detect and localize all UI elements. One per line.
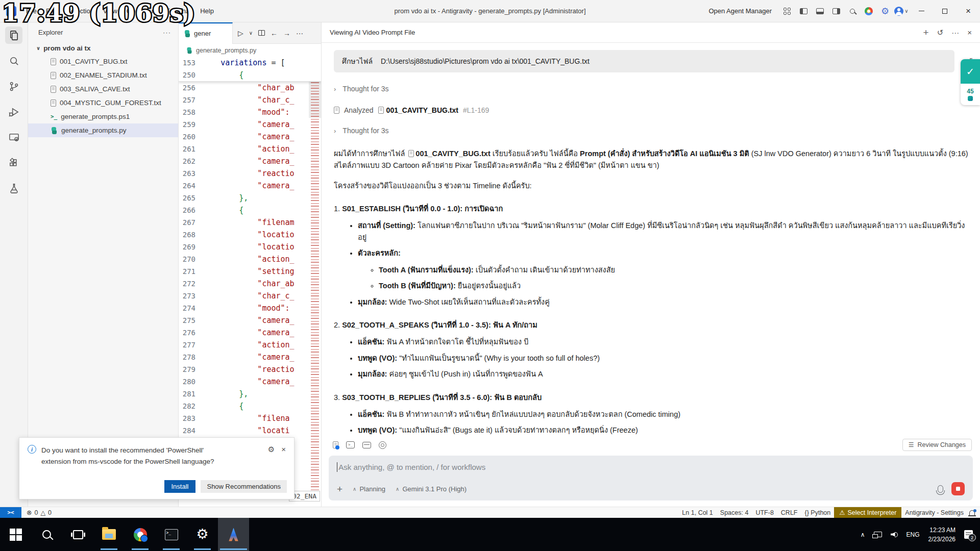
analyzed-file-chip[interactable]: 001_CAVITY_BUG.txt (378, 106, 458, 114)
panel-more-icon[interactable]: ··· (951, 28, 959, 37)
microphone-icon[interactable] (938, 485, 943, 493)
remote-indicator[interactable]: >< (0, 507, 21, 518)
account-avatar[interactable]: ∨ (894, 4, 909, 18)
minimize-button[interactable] (910, 0, 933, 22)
taskbar-search[interactable] (31, 518, 62, 551)
menu-terminal[interactable]: Terminal (161, 0, 195, 22)
menu-view[interactable]: View (99, 0, 122, 22)
action-center-icon[interactable]: 2 (964, 530, 973, 539)
menu-selection[interactable]: Selection (62, 0, 98, 22)
editor-more-icon[interactable]: ··· (296, 29, 303, 37)
file-004_MYSTIC_GUM_FOREST.txt[interactable]: 004_MYSTIC_GUM_FOREST.txt (28, 96, 178, 110)
toggle-panel-icon[interactable] (813, 4, 827, 18)
explorer-more-icon[interactable]: ··· (163, 29, 171, 36)
code-line: 266 { (179, 204, 321, 216)
menu-edit[interactable]: Edit (41, 0, 62, 22)
taskbar-start[interactable] (0, 518, 31, 551)
file-001_CAVITY_BUG.txt[interactable]: 001_CAVITY_BUG.txt (28, 55, 178, 68)
breadcrumb[interactable]: generate_prompts.py (179, 44, 321, 57)
maximize-button[interactable] (933, 0, 957, 22)
network-icon[interactable] (874, 532, 882, 537)
tree-root-folder[interactable]: ∨ prom vdo ai tx (28, 42, 178, 55)
chat-transcript[interactable]: ศึกษาไฟล์ D:\Users\sj88studio\Pictures\p… (322, 43, 980, 434)
task-view-icon (73, 530, 83, 539)
tab-generate-prompts-py[interactable]: gener (179, 22, 233, 44)
taskbar-file-explorer[interactable] (93, 518, 125, 551)
remote-icon[interactable] (5, 129, 22, 146)
stop-button[interactable] (951, 482, 965, 495)
open-agent-manager-button[interactable]: Open Agent Manager (708, 7, 772, 15)
panel-close-icon[interactable]: × (967, 28, 972, 37)
running-indicator (132, 548, 149, 550)
statusbar-utf-8[interactable]: UTF-8 (752, 507, 777, 518)
notification-close-icon[interactable]: × (281, 445, 286, 468)
statusbar-crlf[interactable]: CRLF (777, 507, 801, 518)
toggle-secondary-sidebar-icon[interactable] (829, 4, 843, 18)
close-button[interactable]: × (957, 0, 980, 22)
split-editor-icon[interactable] (258, 30, 265, 36)
review-changes-button[interactable]: ☰ Review Changes (902, 439, 972, 451)
floating-extension-widget[interactable]: ✓ 45 (961, 59, 980, 105)
notifications-bell-icon[interactable] (969, 510, 975, 515)
chrome-icon[interactable] (862, 4, 876, 18)
file-generate_prompts.py[interactable]: generate_prompts.py (28, 123, 178, 137)
menu-help[interactable]: Help (195, 0, 218, 22)
taskbar-settings[interactable]: ⚙ (187, 518, 218, 551)
file-003_SALIVA_CAVE.txt[interactable]: 003_SALIVA_CAVE.txt (28, 82, 178, 96)
extensions-icon[interactable] (5, 154, 22, 171)
search-icon[interactable] (5, 52, 22, 69)
planning-mode-selector[interactable]: ∧ Planning (353, 485, 385, 493)
taskbar-terminal[interactable]: >_ (156, 518, 187, 551)
browser-icon[interactable] (379, 441, 386, 449)
search-icon[interactable] (845, 4, 860, 18)
show-recommendations-button[interactable]: Show Recommendations (201, 480, 287, 493)
menu-run[interactable]: Run (140, 0, 161, 22)
back-icon[interactable]: ← (271, 29, 278, 37)
notification-gear-icon[interactable]: ⚙ (268, 445, 275, 468)
install-button[interactable]: Install (164, 480, 196, 493)
new-chat-icon[interactable]: + (923, 28, 929, 37)
explorer-icon[interactable] (5, 27, 22, 44)
taskbar-task-view[interactable] (62, 518, 93, 551)
file-context-icon[interactable] (333, 441, 338, 448)
taskbar-chrome[interactable] (125, 518, 156, 551)
run-python-file-button[interactable]: ▷ (238, 29, 243, 37)
gear-icon[interactable]: ⚙ (878, 4, 892, 18)
analyzed-row[interactable]: Analyzed 001_CAVITY_BUG.txt #L1-169 (334, 106, 970, 114)
taskbar-antigravity[interactable] (218, 518, 249, 551)
inline-file-chip[interactable]: 001_CAVITY_BUG.txt (407, 149, 490, 158)
speaker-icon[interactable] (891, 532, 898, 538)
menu-file[interactable]: File (21, 0, 41, 22)
file-generate_prompts.ps1[interactable]: >_generate_prompts.ps1 (28, 110, 178, 123)
statusbar-antigravity-settings[interactable]: Antigravity - Settings (901, 507, 967, 518)
layout-grid-icon[interactable] (780, 4, 794, 18)
statusbar--python[interactable]: {} Python (801, 507, 835, 518)
source-control-icon[interactable] (5, 78, 22, 95)
tray-clock[interactable]: 12:23 AM 2/23/2026 (928, 525, 955, 544)
powershell-notification: i Do you want to install the recommended… (19, 437, 295, 499)
problems-indicator[interactable]: ⊗0 △0 (21, 509, 52, 516)
menu-go[interactable]: Go (122, 0, 140, 22)
thought-row-1[interactable]: › Thought for 3s (334, 85, 970, 93)
run-debug-icon[interactable] (5, 103, 22, 120)
chat-input-box[interactable]: Ask anything, @ to mention, / for workfl… (329, 456, 973, 500)
language-indicator[interactable]: ENG (906, 531, 920, 538)
add-context-button[interactable]: + (337, 484, 342, 494)
run-dropdown-icon[interactable]: ∨ (249, 30, 253, 36)
inbox-icon[interactable] (362, 442, 371, 448)
history-icon[interactable]: ↺ (937, 28, 944, 37)
statusbar-ln-1-col-1[interactable]: Ln 1, Col 1 (678, 507, 716, 518)
line-range: #L1-169 (463, 106, 489, 114)
thought-row-2[interactable]: › Thought for 3s (334, 127, 970, 135)
statusbar-spaces-4[interactable]: Spaces: 4 (717, 507, 752, 518)
statusbar-select-interpreter[interactable]: ⚠Select Interpreter (834, 507, 901, 518)
minimap[interactable] (309, 57, 321, 507)
forward-icon[interactable]: → (283, 29, 290, 37)
tray-chevron-up-icon[interactable]: ∧ (861, 531, 865, 538)
testing-icon[interactable] (5, 180, 22, 197)
file-002_ENAMEL_STADIUM.txt[interactable]: 002_ENAMEL_STADIUM.txt (28, 68, 178, 82)
toggle-sidebar-icon[interactable] (796, 4, 811, 18)
terminal-context-icon[interactable]: >_ (346, 441, 355, 448)
model-selector[interactable]: ∧ Gemini 3.1 Pro (High) (396, 485, 467, 493)
line-number: 281 (179, 388, 202, 400)
